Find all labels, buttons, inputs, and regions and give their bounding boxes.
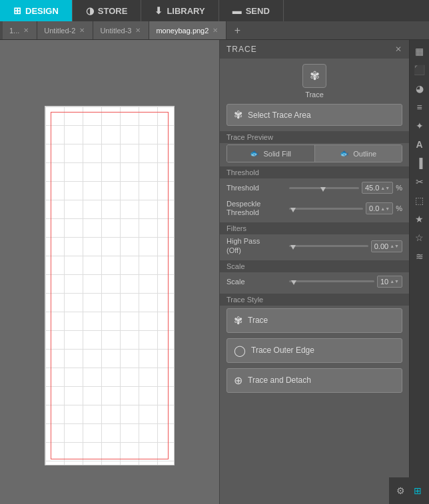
chart-icon[interactable]: ▐ (411, 154, 428, 172)
tab-1-label: 1... (9, 27, 19, 35)
trace-tool-icon: ✾ (310, 69, 320, 83)
trace-panel-close[interactable]: ✕ (395, 45, 402, 54)
trace-button[interactable]: ✾ Trace (226, 308, 402, 333)
tab-1[interactable]: 1... ✕ (3, 21, 37, 39)
trace-tool-area: ✾ Trace (220, 59, 409, 101)
select-trace-area-label: Select Trace Area (248, 111, 311, 120)
scale-value: 10 (380, 278, 388, 286)
high-pass-slider-track (289, 245, 368, 247)
tab-moneybag[interactable]: moneybag.png2 ✕ (149, 21, 226, 39)
tab-untitled2-close[interactable]: ✕ (78, 27, 86, 34)
trace-outer-edge-icon: ◯ (234, 344, 246, 357)
tab-untitled3[interactable]: Untitled-3 ✕ (93, 21, 149, 39)
despeckle-slider[interactable] (289, 202, 363, 215)
high-pass-slider[interactable] (289, 240, 368, 253)
canvas-area (0, 40, 219, 504)
tab-moneybag-close[interactable]: ✕ (211, 27, 219, 34)
threshold-slider-track (289, 187, 359, 189)
threshold-slider-thumb (320, 187, 326, 192)
trace-and-detach-button[interactable]: ⊕ Trace and Detach (226, 368, 402, 393)
scale-value-group: 10 ▲▼ (377, 276, 402, 288)
despeckle-spinner[interactable]: ▲▼ (380, 206, 390, 211)
library-icon: ⬇ (155, 5, 163, 16)
despeckle-slider-track (289, 208, 363, 210)
trace-detach-label: Trace and Detach (248, 376, 311, 385)
nav-store[interactable]: ◑ STORE (73, 0, 142, 21)
scale-section-label: Scale (220, 260, 409, 272)
trace-outer-edge-label: Trace Outer Edge (251, 346, 314, 355)
outline-option[interactable]: 🐟 Outline (314, 145, 402, 162)
camera-icon[interactable]: ⬚ (411, 192, 428, 209)
filters-section-label: Filters (220, 222, 409, 234)
threshold-spinner[interactable]: ▲▼ (380, 186, 390, 190)
nav-design[interactable]: ⊞ DESIGN (0, 0, 73, 21)
tab-untitled2[interactable]: Untitled-2 ✕ (37, 21, 93, 39)
nav-library[interactable]: ⬇ LIBRARY (141, 0, 218, 21)
tab-1-close[interactable]: ✕ (22, 27, 30, 34)
threshold-value-box[interactable]: 45.0 ▲▼ (362, 182, 393, 194)
threshold-section-label: Threshold (220, 166, 409, 178)
despeckle-value-box[interactable]: 0.0 ▲▼ (366, 202, 393, 214)
solid-fill-icon: 🐟 (250, 149, 259, 158)
pixel-icon[interactable]: ⬛ (411, 61, 428, 79)
trace-panel-header: TRACE ✕ (220, 40, 409, 59)
solid-fill-label: Solid Fill (263, 150, 291, 158)
scale-row: Scale 10 ▲▼ (220, 272, 409, 291)
trace-outer-edge-button[interactable]: ◯ Trace Outer Edge (226, 338, 402, 363)
tab-bar: 1... ✕ Untitled-2 ✕ Untitled-3 ✕ moneyba… (0, 21, 429, 40)
settings-icon[interactable]: ⚙ (393, 483, 408, 498)
despeckle-value-group: 0.0 ▲▼ % (366, 202, 402, 214)
right-toolbar: ▦ ⬛ ◕ ≡ ✦ A ▐ ✂ ⬚ ★ ☆ ≋ (409, 40, 429, 504)
tab-moneybag-label: moneybag.png2 (156, 27, 209, 35)
despeckle-value: 0.0 (369, 204, 379, 212)
canvas-grid (45, 107, 174, 465)
scale-spinner[interactable]: ▲▼ (390, 279, 399, 284)
threshold-value-group: 45.0 ▲▼ % (362, 182, 402, 194)
select-trace-area-button[interactable]: ✾ Select Trace Area (226, 104, 402, 126)
trace-button-label: Trace (248, 316, 268, 325)
high-pass-spinner[interactable]: ▲▼ (390, 244, 399, 248)
despeckle-label: Despeckle Threshold (226, 200, 286, 217)
trace-style-section-label: Trace Style (220, 294, 409, 306)
star-filled-icon[interactable]: ★ (411, 210, 428, 228)
tab-untitled3-label: Untitled-3 (100, 27, 131, 35)
scissors-icon[interactable]: ✂ (411, 173, 428, 190)
trace-tool-label: Trace (305, 91, 324, 99)
trace-preview-section-label: Trace Preview (220, 131, 409, 143)
high-pass-row: High Pass (Off) 0.00 ▲▼ (220, 234, 409, 257)
trace-detach-icon: ⊕ (234, 374, 242, 387)
solid-fill-option[interactable]: 🐟 Solid Fill (227, 145, 314, 162)
tab-untitled3-close[interactable]: ✕ (134, 27, 142, 34)
nav-send[interactable]: ▬ SEND (219, 0, 284, 21)
send-icon: ▬ (232, 5, 242, 16)
main-area: TRACE ✕ ✾ Trace ✾ Select Trace Area Trac… (0, 40, 429, 504)
effects-icon[interactable]: ✦ (411, 117, 428, 134)
despeckle-row: Despeckle Threshold 0.0 ▲▼ % (220, 197, 409, 220)
high-pass-slider-thumb (290, 245, 296, 250)
high-pass-value-box[interactable]: 0.00 ▲▼ (371, 240, 402, 252)
letter-a-icon[interactable]: A (411, 136, 428, 153)
lines-icon[interactable]: ≋ (411, 248, 428, 265)
menu-lines-icon[interactable]: ≡ (411, 99, 428, 116)
threshold-slider[interactable] (289, 181, 359, 194)
design-icon: ⊞ (13, 5, 21, 16)
high-pass-value: 0.00 (374, 242, 388, 250)
scale-slider-track (289, 280, 374, 282)
grid-nav-icon[interactable]: ⊞ (410, 483, 425, 498)
star-outline-icon[interactable]: ☆ (411, 229, 428, 246)
nav-store-label: STORE (98, 6, 128, 16)
outline-icon: 🐟 (340, 149, 349, 158)
scale-value-box[interactable]: 10 ▲▼ (377, 276, 402, 288)
scale-label: Scale (226, 278, 286, 286)
nav-send-label: SEND (246, 6, 270, 16)
despeckle-slider-thumb (290, 208, 296, 212)
high-pass-label: High Pass (Off) (226, 237, 286, 254)
nav-design-label: DESIGN (25, 6, 59, 16)
tab-untitled2-label: Untitled-2 (44, 27, 75, 35)
layers-icon[interactable]: ▦ (411, 43, 428, 60)
tab-add-button[interactable]: + (229, 23, 245, 39)
threshold-label: Threshold (226, 184, 286, 192)
scale-slider[interactable] (289, 275, 374, 288)
threshold-value: 45.0 (365, 184, 379, 192)
palette-icon[interactable]: ◕ (411, 80, 428, 97)
